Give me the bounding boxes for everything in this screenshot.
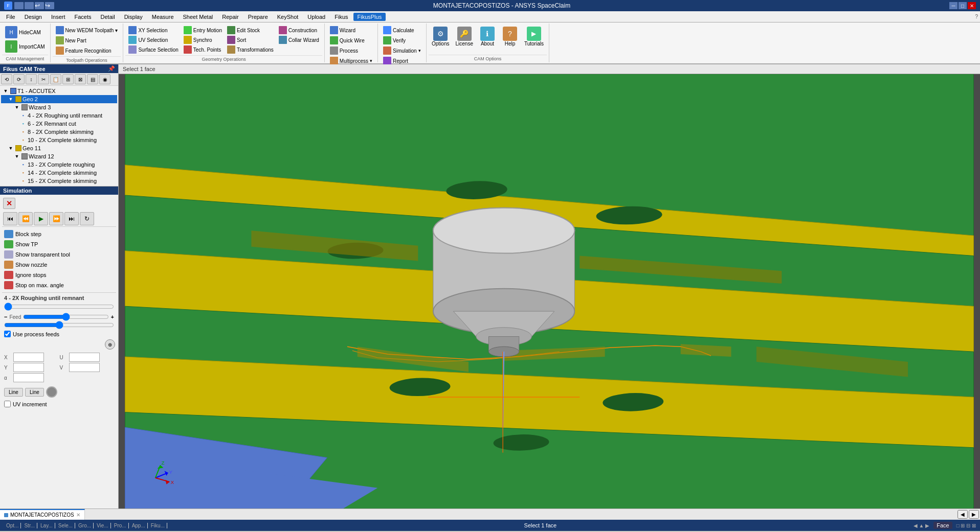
ribbon-btn-synchro[interactable]: Synchro: [182, 35, 224, 44]
status-tab-gro[interactable]: Gro...: [76, 523, 94, 528]
tree-btn-7[interactable]: ⊠: [75, 74, 86, 84]
mode-badge[interactable]: Face: [933, 522, 952, 529]
v-input[interactable]: [69, 363, 100, 372]
sim-step-forward[interactable]: ⏩: [49, 212, 63, 225]
menu-detail[interactable]: Detail: [97, 13, 119, 21]
tree-btn-5[interactable]: 📋: [50, 74, 61, 84]
tree-btn-9[interactable]: ◉: [99, 74, 110, 84]
ribbon-btn-help[interactable]: ? Help: [500, 26, 520, 48]
u-input[interactable]: [69, 353, 100, 362]
ribbon-btn-importcam[interactable]: I ImportCAM: [3, 40, 47, 53]
help-icon[interactable]: ?: [975, 14, 978, 19]
sim-circle-btn[interactable]: [46, 386, 57, 398]
sim-refresh[interactable]: ↻: [80, 212, 94, 225]
ribbon-btn-simulation[interactable]: Simulation ▾: [381, 46, 423, 55]
tree-item-op14[interactable]: ▪ 14 - 2X Complete skimming: [1, 169, 117, 177]
ribbon-btn-wedm[interactable]: New WEDM Toolpath ▾: [54, 26, 120, 35]
sim-option-blockstep[interactable]: Block step: [2, 229, 116, 239]
menu-upload[interactable]: Upload: [303, 13, 329, 21]
tree-item-op10[interactable]: ▪ 10 - 2X Complete skimming: [1, 136, 117, 144]
ribbon-btn-feature[interactable]: Feature Recognition: [54, 46, 114, 55]
ribbon-btn-editstock[interactable]: Edit Stock: [225, 26, 276, 35]
y-input[interactable]: [13, 363, 44, 372]
status-tab-app[interactable]: App...: [130, 523, 148, 528]
cam-tree-pin[interactable]: 📌: [108, 65, 115, 72]
uv-increment-row[interactable]: UV increment: [2, 400, 116, 408]
status-tab-pro[interactable]: Pro...: [112, 523, 129, 528]
use-process-feeds-row[interactable]: Use process feeds: [2, 330, 116, 338]
wedm-arrow[interactable]: ▾: [115, 28, 118, 33]
menu-facets[interactable]: Facets: [71, 13, 96, 21]
tree-btn-6[interactable]: ⊞: [62, 74, 74, 84]
menu-file[interactable]: File: [2, 13, 19, 21]
ribbon-btn-tech[interactable]: Tech. Points: [182, 45, 224, 54]
tree-item-t1[interactable]: ▼ T1 - ACCUTEX: [1, 87, 117, 95]
feed-minus[interactable]: −: [4, 314, 7, 320]
tree-btn-8[interactable]: ▤: [87, 74, 98, 84]
ribbon-btn-calculate[interactable]: Calculate: [381, 26, 416, 35]
tab-close[interactable]: ✕: [76, 512, 80, 518]
tree-btn-1[interactable]: ⟲: [1, 74, 12, 84]
quick-access-undo[interactable]: ↩: [35, 2, 44, 9]
ribbon-btn-construction[interactable]: Construction: [277, 26, 321, 35]
close-button[interactable]: ✕: [968, 2, 976, 9]
multi-arrow[interactable]: ▾: [370, 58, 372, 63]
maximize-button[interactable]: □: [959, 2, 967, 9]
sim-option-showtp[interactable]: Show TP: [2, 239, 116, 249]
tree-item-op4[interactable]: ▪ 4 - 2X Roughing until remnant: [1, 111, 117, 120]
menu-keyshot[interactable]: KeyShot: [273, 13, 303, 21]
ribbon-btn-quickwire[interactable]: Quick Wire: [328, 36, 367, 45]
ribbon-btn-sort[interactable]: Sort: [225, 35, 276, 44]
use-process-feeds-check[interactable]: [4, 331, 11, 337]
status-tab-sele[interactable]: Sele...: [56, 523, 75, 528]
sim-option-nozzle[interactable]: Show nozzle: [2, 260, 116, 270]
menu-repair[interactable]: Repair: [218, 13, 242, 21]
ribbon-btn-wizard[interactable]: Wizard: [328, 26, 358, 35]
tree-btn-4[interactable]: ✂: [38, 74, 49, 84]
uv-increment-check[interactable]: [4, 401, 11, 407]
ribbon-btn-surface[interactable]: Surface Selection: [126, 45, 180, 54]
menu-sheetmetal[interactable]: Sheet Metal: [179, 13, 217, 21]
ribbon-btn-uvselection[interactable]: UV Selection: [126, 35, 180, 44]
sim-option-stoponangle[interactable]: Stop on max. angle: [2, 280, 116, 290]
status-tab-str[interactable]: Str...: [22, 523, 37, 528]
ribbon-btn-entrymotion[interactable]: Entry Motion: [182, 26, 224, 35]
scene-canvas[interactable]: Y Z X: [119, 74, 980, 508]
ribbon-btn-verify[interactable]: Verify: [381, 36, 408, 45]
alpha-input[interactable]: [13, 373, 44, 382]
ribbon-btn-options[interactable]: ⚙ Options: [430, 26, 451, 48]
ribbon-btn-collar[interactable]: Collar Wizard: [277, 35, 321, 44]
sim-position-slider[interactable]: [4, 303, 114, 310]
ribbon-btn-process[interactable]: Process: [328, 46, 360, 55]
tree-item-op13[interactable]: ▪ 13 - 2X Complete roughing: [1, 160, 117, 169]
menu-insert[interactable]: Insert: [47, 13, 70, 21]
tree-item-op8[interactable]: ▪ 8 - 2X Complete skimming: [1, 128, 117, 136]
line-btn-1[interactable]: Line: [4, 388, 23, 397]
ribbon-btn-tutorials[interactable]: ▶ Tutorials: [522, 26, 546, 48]
sim-option-ignorestops[interactable]: Ignore stops: [2, 270, 116, 280]
ribbon-btn-newpart[interactable]: New Part: [54, 36, 88, 45]
bottom-tab-viewport[interactable]: MONTAJETACOPOSTIZOS ✕: [0, 509, 85, 520]
feed-plus[interactable]: +: [111, 314, 114, 320]
ribbon-btn-license[interactable]: 🔑 License: [453, 26, 475, 48]
menu-fikus[interactable]: Fikus: [330, 13, 352, 21]
sim-close-btn[interactable]: ✕: [3, 198, 15, 209]
ribbon-btn-hidecam[interactable]: H HideCAM: [3, 26, 43, 39]
status-tab-vie[interactable]: Vie...: [95, 523, 111, 528]
tree-btn-2[interactable]: ⟳: [13, 74, 25, 84]
ribbon-btn-about[interactable]: ℹ About: [477, 26, 498, 48]
tree-item-geo2[interactable]: ▼ Geo 2: [1, 95, 117, 103]
sim-step-back[interactable]: ⏪: [18, 212, 33, 225]
tree-btn-3[interactable]: ↕: [26, 74, 37, 84]
menu-fikusplus[interactable]: FikusPlus: [353, 13, 386, 21]
status-tab-opt[interactable]: Opt...: [4, 523, 21, 528]
menu-display[interactable]: Display: [120, 13, 147, 21]
quick-access-btn2[interactable]: [25, 2, 34, 9]
status-tab-lay[interactable]: Lay...: [38, 523, 55, 528]
sim-rewind-start[interactable]: ⏮: [3, 212, 17, 225]
sim-play[interactable]: ▶: [34, 212, 48, 225]
tree-item-op6[interactable]: ▪ 6 - 2X Remnant cut: [1, 120, 117, 128]
x-input[interactable]: [13, 353, 44, 362]
sim-arrow[interactable]: ▾: [418, 48, 421, 53]
line-btn-2[interactable]: Line: [25, 388, 44, 397]
